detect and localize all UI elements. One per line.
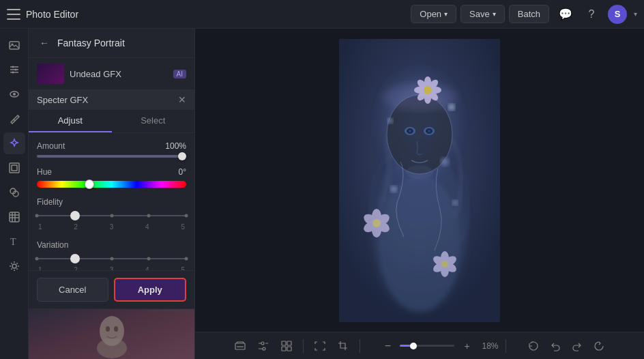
save-chevron-icon: ▾ <box>493 10 496 18</box>
ai-badge: AI <box>173 70 186 78</box>
tab-select[interactable]: Select <box>112 110 195 132</box>
sidebar-item-text[interactable]: T <box>3 231 25 253</box>
topbar-center: Open ▾ Save ▾ Batch <box>411 5 549 23</box>
svg-rect-67 <box>282 341 286 345</box>
thumbnail-strip <box>29 308 194 359</box>
panel-title: Fantasy Portrait <box>57 38 125 48</box>
svg-rect-11 <box>12 165 17 171</box>
svg-point-6 <box>14 69 16 71</box>
adjust-icon[interactable] <box>254 336 273 356</box>
refresh-button[interactable] <box>589 336 609 356</box>
sidebar-item-texture[interactable] <box>3 206 25 228</box>
help-icon[interactable]: ? <box>582 5 601 24</box>
main-content: T ← Fantasy Portrait Undead GFX AI Spect… <box>0 29 644 359</box>
layers-icon[interactable] <box>231 336 250 356</box>
history-icon[interactable] <box>524 336 543 356</box>
fidelity-ticks: 12345 <box>37 223 186 231</box>
zoom-out-button[interactable]: − <box>378 336 397 356</box>
batch-button[interactable]: Batch <box>509 5 549 23</box>
fidelity-label: Fidelity <box>37 197 63 207</box>
open-chevron-icon: ▾ <box>444 10 448 18</box>
topbar-right: 💬 ? S ▾ <box>556 5 637 24</box>
avatar[interactable]: S <box>608 5 627 24</box>
zoom-in-button[interactable]: + <box>457 336 476 356</box>
amount-control: Amount 100% <box>37 141 186 158</box>
apply-button[interactable]: Apply <box>114 278 187 302</box>
canvas-toolbar: − + 18% <box>195 332 644 359</box>
svg-point-5 <box>12 66 14 68</box>
sidebar-item-photos[interactable] <box>3 34 25 56</box>
tab-adjust[interactable]: Adjust <box>29 110 112 132</box>
controls-area: Amount 100% Hue 0° <box>29 133 194 270</box>
fidelity-control: Fidelity 12345 <box>37 197 186 231</box>
svg-rect-65 <box>339 39 500 322</box>
photo-container <box>339 39 500 322</box>
zoom-percent: 18% <box>482 341 498 351</box>
fit-icon[interactable] <box>310 336 330 356</box>
avatar-chevron-icon[interactable]: ▾ <box>634 10 637 18</box>
panel-tabs: Adjust Select <box>29 110 194 133</box>
close-effect-button[interactable]: ✕ <box>178 94 186 105</box>
variation-control: Variation 12345 <box>37 240 186 270</box>
svg-rect-70 <box>287 347 291 351</box>
hue-label: Hue <box>37 167 52 177</box>
amount-slider[interactable] <box>37 155 186 158</box>
panel-header: ← Fantasy Portrait <box>29 29 194 58</box>
app-title: Photo Editor <box>26 9 78 20</box>
topbar-left: Photo Editor <box>7 9 404 20</box>
svg-point-18 <box>97 338 127 358</box>
comment-icon[interactable]: 💬 <box>556 5 575 24</box>
zoom-slider[interactable] <box>400 345 454 347</box>
crop-icon[interactable] <box>334 336 353 356</box>
toolbar-divider-2 <box>360 339 360 353</box>
svg-point-7 <box>12 72 14 74</box>
undo-button[interactable] <box>546 336 565 356</box>
topbar: Photo Editor Open ▾ Save ▾ Batch 💬 ? S ▾ <box>0 0 644 29</box>
hue-control: Hue 0° <box>37 167 186 188</box>
svg-rect-10 <box>10 163 19 173</box>
svg-rect-68 <box>287 341 291 345</box>
photo-display <box>339 39 500 322</box>
thumb-face <box>29 309 194 359</box>
effect-item-undead[interactable]: Undead GFX AI <box>29 58 194 90</box>
open-button[interactable]: Open ▾ <box>411 5 456 23</box>
sidebar-item-effects[interactable] <box>3 132 25 154</box>
redo-button[interactable] <box>568 336 587 356</box>
effect-active-name: Specter GFX <box>37 95 174 105</box>
icon-sidebar: T <box>0 29 29 359</box>
svg-point-9 <box>13 93 16 96</box>
variation-label: Variation <box>37 240 68 250</box>
toolbar-right-btns <box>524 336 609 356</box>
effects-panel: ← Fantasy Portrait Undead GFX AI Specter… <box>29 29 195 359</box>
cancel-button[interactable]: Cancel <box>37 278 108 302</box>
svg-point-19 <box>106 326 110 332</box>
menu-icon[interactable] <box>7 9 20 20</box>
canvas-main <box>195 29 644 332</box>
sidebar-item-adjustments[interactable] <box>3 59 25 81</box>
hue-value: 0° <box>179 167 187 177</box>
svg-rect-14 <box>10 212 19 222</box>
grid-icon[interactable] <box>277 336 296 356</box>
panel-footer: Cancel Apply <box>29 270 194 308</box>
portrait-svg <box>339 39 500 322</box>
fidelity-slider[interactable] <box>37 211 186 220</box>
svg-text:T: T <box>10 237 16 247</box>
effect-name-undead: Undead GFX <box>70 69 121 79</box>
variation-slider[interactable] <box>37 254 186 263</box>
zoom-section: − + 18% <box>378 336 498 356</box>
amount-label: Amount <box>37 141 65 151</box>
sidebar-item-overlays[interactable] <box>3 182 25 203</box>
toolbar-divider-3 <box>506 339 506 353</box>
svg-rect-69 <box>282 347 286 351</box>
svg-point-16 <box>12 264 16 268</box>
effect-search-row: Specter GFX ✕ <box>29 90 194 110</box>
effect-thumb-undead <box>37 63 64 84</box>
sidebar-item-view[interactable] <box>3 83 25 105</box>
save-button[interactable]: Save ▾ <box>460 5 505 23</box>
sidebar-item-tools[interactable] <box>3 255 25 277</box>
hue-slider[interactable] <box>37 181 186 188</box>
back-button[interactable]: ← <box>37 35 52 51</box>
sidebar-item-frames[interactable] <box>3 157 25 179</box>
sidebar-item-retouch[interactable] <box>3 108 25 130</box>
toolbar-divider-1 <box>303 339 304 353</box>
